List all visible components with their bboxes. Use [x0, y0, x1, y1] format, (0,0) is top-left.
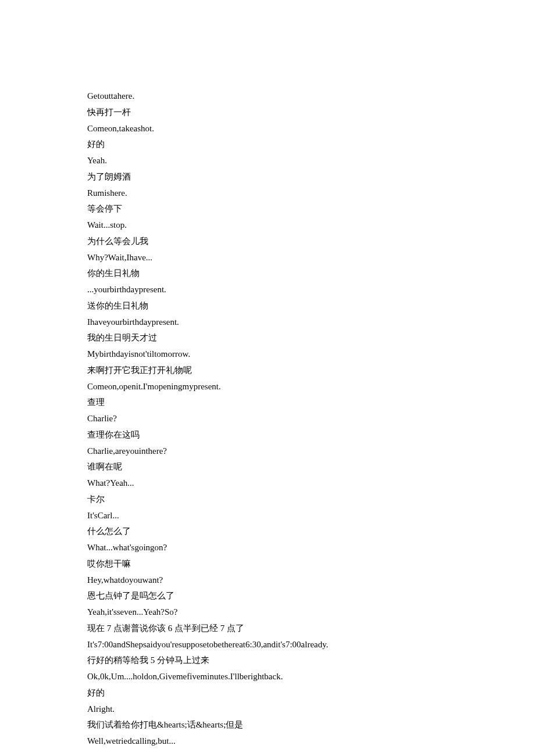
text-line: Charlie,areyouinthere?: [87, 443, 448, 460]
text-line: Ihaveyourbirthdaypresent.: [87, 314, 448, 331]
text-line: 你的生日礼物: [87, 266, 448, 282]
text-line: 什么怎么了: [87, 524, 448, 540]
text-line: 等会停下: [87, 201, 448, 217]
text-line: Charlie?: [87, 411, 448, 427]
text-line: 送你的生日礼物: [87, 298, 448, 314]
text-line: 查理: [87, 395, 448, 411]
text-line: Hey,whatdoyouwant?: [87, 572, 448, 589]
text-line: 来啊打开它我正打开礼物呢: [87, 363, 448, 379]
document-page: Getouttahere.快再打一杆Comeon,takeashot.好的Yea…: [0, 0, 535, 756]
text-line: 卡尔: [87, 492, 448, 508]
text-line: Comeon,openit.I'mopeningmypresent.: [87, 379, 448, 395]
text-line: 为了朗姆酒: [87, 169, 448, 185]
text-line: Mybirthdayisnot'tiltomorrow.: [87, 346, 448, 363]
text-line: What?Yeah...: [87, 475, 448, 492]
text-line: It'sCarl...: [87, 508, 448, 524]
text-line: 哎你想干嘛: [87, 556, 448, 572]
text-line: Ok,0k,Um....holdon,Givemefiveminutes.I'l…: [87, 669, 448, 685]
text-line: 好的: [87, 685, 448, 701]
text-line: Alright.: [87, 701, 448, 718]
text-line: 现在 7 点谢普说你该 6 点半到已经 7 点了: [87, 621, 448, 637]
subtitle-text-block: Getouttahere.快再打一杆Comeon,takeashot.好的Yea…: [87, 88, 448, 750]
text-line: Yeah.: [87, 153, 448, 169]
text-line: Yeah,it'sseven...Yeah?So?: [87, 604, 448, 621]
text-line: Comeon,takeashot.: [87, 121, 448, 137]
text-line: 行好的稍等给我 5 分钟马上过来: [87, 653, 448, 669]
text-line: 好的: [87, 137, 448, 153]
text-line: 我们试着给你打电&hearts;话&hearts;但是: [87, 717, 448, 733]
text-line: 为什么等会儿我: [87, 234, 448, 250]
text-line: 谁啊在呢: [87, 459, 448, 475]
text-line: 我的生日明天才过: [87, 330, 448, 346]
text-line: Wait...stop.: [87, 217, 448, 234]
text-line: Well,wetriedcalling,but...: [87, 733, 448, 750]
text-line: Rumishere.: [87, 185, 448, 202]
text-line: Getouttahere.: [87, 88, 448, 105]
text-line: Why?Wait,Ihave...: [87, 250, 448, 266]
text-line: What...what'sgoingon?: [87, 540, 448, 556]
text-line: 恩七点钟了是吗怎么了: [87, 588, 448, 604]
text-line: ...yourbirthdaypresent.: [87, 282, 448, 298]
text-line: 查理你在这吗: [87, 427, 448, 443]
text-line: It's7:00andShepsaidyou'resupposetobether…: [87, 637, 448, 653]
text-line: 快再打一杆: [87, 105, 448, 121]
